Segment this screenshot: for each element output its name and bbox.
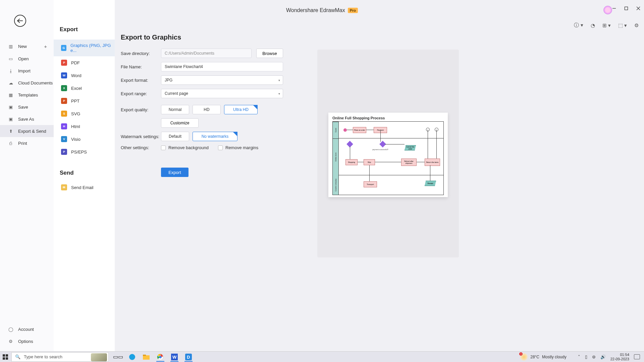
apps-icon[interactable]: ⊞ ▾ xyxy=(602,22,611,28)
tray-volume-icon[interactable]: 🔊 xyxy=(600,354,606,359)
tray-wifi-icon[interactable]: ⊚ xyxy=(592,354,596,359)
cart-icon[interactable]: ⬚ ▾ xyxy=(618,22,627,28)
fmt-pseps[interactable]: P PS/EPS xyxy=(54,145,115,158)
nav-import[interactable]: ⭳ Import xyxy=(0,65,54,77)
label-quality: Export quality: xyxy=(121,107,161,112)
avatar[interactable] xyxy=(603,6,612,14)
settings-icon[interactable]: ⚙ xyxy=(634,22,639,28)
quality-normal[interactable]: Normal xyxy=(161,105,189,114)
clock[interactable]: 01:54 22-09-2023 xyxy=(610,353,629,361)
fmt-graphics[interactable]: G Graphics (PNG, JPG e... xyxy=(54,40,115,56)
checkbox-icon xyxy=(161,145,166,150)
taskview-button[interactable]: ▭▭ xyxy=(113,352,123,362)
export-heading: Export xyxy=(60,26,115,33)
lane-label: Guest xyxy=(333,122,338,138)
tray-meet-icon[interactable]: ▯ xyxy=(585,354,587,359)
minimize-icon[interactable] xyxy=(612,6,616,11)
app-chrome[interactable] xyxy=(156,352,165,362)
fmt-label: PPT xyxy=(71,99,79,104)
nav-new[interactable]: ▥ New + xyxy=(0,40,54,53)
send-email[interactable]: ✉ Send Email xyxy=(54,181,115,194)
nav-save-as[interactable]: ▣ Save As xyxy=(0,113,54,125)
fmt-ppt[interactable]: P PPT xyxy=(54,95,115,107)
label-other: Other settings: xyxy=(121,145,161,150)
quality-ultra-hd[interactable]: Ultra HD xyxy=(224,105,258,114)
checkbox-label: Remove margins xyxy=(225,145,258,150)
svg-text:D: D xyxy=(187,355,190,360)
app-edrawmax[interactable]: D xyxy=(184,352,193,362)
fmt-label: Visio xyxy=(71,137,80,142)
pdf-icon: P xyxy=(61,60,67,66)
watermark-none[interactable]: No watermarks xyxy=(193,132,237,141)
fmt-visio[interactable]: V Visio xyxy=(54,133,115,145)
label-file-name: File Name: xyxy=(121,64,161,69)
app-word[interactable]: W xyxy=(170,352,179,362)
clock-time: 01:54 xyxy=(610,353,629,357)
select-value: JPG xyxy=(165,78,172,82)
print-icon: ⎙ xyxy=(8,140,13,146)
node-box: Place an order xyxy=(353,127,366,133)
svg-icon: S xyxy=(61,111,67,117)
save-directory-input[interactable] xyxy=(161,49,252,58)
notifications-button[interactable] xyxy=(634,354,640,359)
nav-export-send[interactable]: ⬆ Export & Send xyxy=(0,125,54,137)
clock-date: 22-09-2023 xyxy=(610,357,629,361)
node-box: Ship xyxy=(364,159,375,165)
nav-open[interactable]: ▭ Open xyxy=(0,53,54,65)
nav-account[interactable]: ◯ Account xyxy=(0,323,54,335)
watermark-default[interactable]: Default xyxy=(161,132,189,141)
node-teal: Receipt xyxy=(425,181,436,186)
quality-hd[interactable]: HD xyxy=(193,105,221,114)
maximize-icon[interactable] xyxy=(624,6,629,11)
graphics-icon: G xyxy=(61,45,66,51)
taskbar-search[interactable]: 🔍 Type here to search xyxy=(11,352,109,362)
export-format-select[interactable]: JPG ▾ xyxy=(161,75,283,85)
fmt-label: Excel xyxy=(71,86,82,91)
fmt-label: Word xyxy=(71,73,82,78)
preview-panel: Online Full Shopping Process Guest Onlin… xyxy=(317,50,459,257)
new-icon: ▥ xyxy=(8,44,13,49)
excel-icon: X xyxy=(61,85,67,91)
plus-icon[interactable]: + xyxy=(44,44,47,49)
nav-cloud-documents[interactable]: ☁ Cloud Documents xyxy=(0,77,54,89)
help-icon[interactable]: ⓘ ▾ xyxy=(574,22,583,28)
file-name-input[interactable] xyxy=(161,62,283,71)
nav-label: Import xyxy=(18,68,31,73)
nav-label: Account xyxy=(18,327,34,332)
preview-card: Online Full Shopping Process Guest Onlin… xyxy=(328,113,448,197)
nav-label: Save As xyxy=(18,117,34,122)
weather-widget[interactable]: 1 28°C Mostly cloudy xyxy=(520,353,567,361)
svg-rect-7 xyxy=(6,357,8,360)
app-explorer[interactable] xyxy=(142,352,151,362)
checkbox-remove-background[interactable]: Remove background xyxy=(161,145,209,150)
node-box: Transport xyxy=(364,181,377,187)
fmt-pdf[interactable]: P PDF xyxy=(54,56,115,69)
bell-icon[interactable]: ◔ xyxy=(591,22,595,28)
close-icon[interactable] xyxy=(636,6,641,11)
fmt-html[interactable]: H Html xyxy=(54,120,115,133)
fmt-svg[interactable]: S SVG xyxy=(54,107,115,120)
node-teal: Cancel the order xyxy=(405,145,416,150)
export-range-select[interactable]: Current page ▾ xyxy=(161,89,283,98)
search-placeholder: Type here to search xyxy=(24,354,62,359)
export-button[interactable]: Export xyxy=(161,168,189,177)
fmt-label: PS/EPS xyxy=(71,149,87,155)
fmt-excel[interactable]: X Excel xyxy=(54,82,115,95)
preview-title: Online Full Shopping Process xyxy=(332,116,444,120)
nav-templates[interactable]: ▦ Templates xyxy=(0,89,54,101)
app-edge[interactable] xyxy=(127,352,137,362)
nav-save[interactable]: ▣ Save xyxy=(0,101,54,113)
nav-print[interactable]: ⎙ Print xyxy=(0,137,54,149)
email-icon: ✉ xyxy=(61,184,67,190)
nav-options[interactable]: ⚙ Options xyxy=(0,335,54,347)
fmt-word[interactable]: W Word xyxy=(54,69,115,82)
node-box: Refund after shipment xyxy=(401,159,417,166)
browse-button[interactable]: Browse xyxy=(256,49,283,58)
lane-label: Online store xyxy=(333,138,338,175)
svg-rect-4 xyxy=(3,354,5,357)
tray-chevron-icon[interactable]: ˄ xyxy=(578,354,580,359)
checkbox-remove-margins[interactable]: Remove margins xyxy=(218,145,258,150)
back-button[interactable] xyxy=(14,15,26,27)
start-button[interactable] xyxy=(1,353,9,361)
customize-button[interactable]: Customize xyxy=(161,118,199,128)
